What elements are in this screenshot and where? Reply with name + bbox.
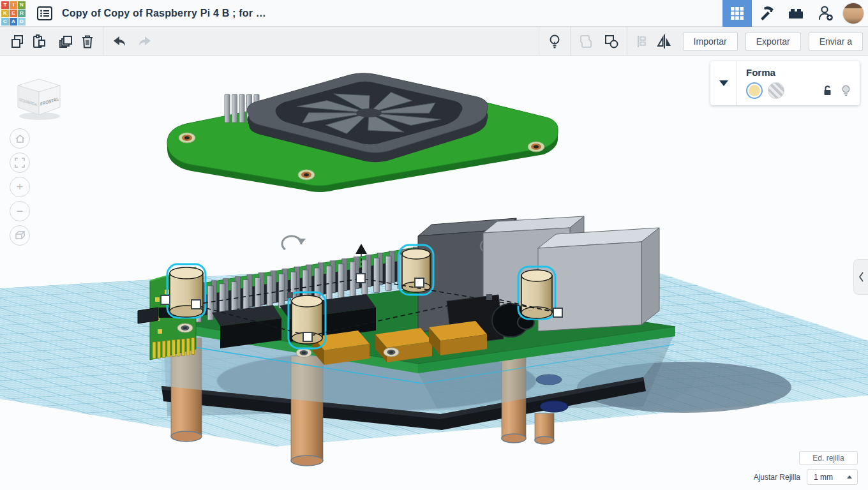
- home-view-button[interactable]: [10, 128, 30, 149]
- snap-grid-select[interactable]: 1 mm: [807, 469, 858, 485]
- show-all-icon[interactable]: [544, 27, 565, 56]
- mirror-icon[interactable]: [654, 27, 675, 56]
- minecraft-pickaxe-icon[interactable]: [752, 0, 781, 27]
- paste-icon[interactable]: [28, 27, 50, 56]
- zoom-in-button[interactable]: +: [10, 177, 30, 197]
- camera-mount-model[interactable]: [167, 73, 558, 192]
- standoff-cylinder[interactable]: [167, 264, 206, 318]
- logo-tile: N: [18, 1, 26, 9]
- rotate-handle[interactable]: [282, 236, 306, 249]
- logo-tile: K: [1, 10, 9, 17]
- logo-tile: D: [18, 18, 26, 26]
- group-icon[interactable]: [575, 27, 597, 56]
- logo-tile: A: [10, 18, 17, 26]
- send-to-button[interactable]: Enviar a: [809, 32, 863, 51]
- transparent-swatch[interactable]: [768, 82, 784, 99]
- 3d-canvas[interactable]: [0, 56, 868, 490]
- toolbar: Importar Exportar Enviar a: [0, 27, 868, 56]
- redo-icon[interactable]: [135, 27, 156, 56]
- shape-panel-title: Forma: [746, 67, 851, 78]
- view-cube[interactable]: IZQUIERDA FRONTAL: [10, 73, 68, 124]
- invite-collaborator-icon[interactable]: [811, 0, 840, 27]
- lego-brick-icon[interactable]: [781, 0, 811, 27]
- shape-panel: Forma: [710, 61, 860, 105]
- viewport: IZQUIERDA FRONTAL + − Forma: [0, 56, 868, 490]
- fit-view-button[interactable]: [10, 152, 30, 173]
- ungroup-icon[interactable]: [601, 27, 622, 56]
- zoom-out-button[interactable]: −: [10, 201, 30, 221]
- align-icon[interactable]: [632, 27, 654, 56]
- color-swatch[interactable]: [746, 82, 763, 99]
- hide-lightbulb-icon[interactable]: [841, 85, 851, 97]
- caret-up-icon: [847, 475, 852, 479]
- design-title[interactable]: Copy of Copy of Raspberry Pi 4 B ; for …: [62, 8, 266, 19]
- logo-tile: I: [10, 1, 17, 9]
- mounting-hole: [179, 133, 195, 143]
- shape-panel-collapse[interactable]: [710, 61, 737, 105]
- mounting-hole: [298, 170, 315, 180]
- import-button[interactable]: Importar: [683, 32, 738, 51]
- standoff-cylinder[interactable]: [518, 267, 555, 319]
- export-button[interactable]: Exportar: [745, 32, 801, 51]
- design-menu-icon[interactable]: [35, 4, 54, 23]
- logo-tile: E: [10, 10, 17, 17]
- chevron-down-icon: [719, 80, 728, 86]
- edit-grid-button[interactable]: Ed. rejilla: [799, 451, 858, 465]
- avatar[interactable]: [842, 3, 864, 24]
- unlock-icon[interactable]: [822, 85, 834, 96]
- panel-collapse-tab[interactable]: [853, 259, 868, 295]
- delete-icon[interactable]: [77, 27, 98, 56]
- raise-handle-cone[interactable]: [355, 244, 367, 254]
- logo-tile: R: [18, 10, 26, 17]
- mounting-hole: [528, 142, 544, 152]
- tinkercad-logo[interactable]: TINKERCAD: [1, 1, 26, 26]
- chevron-left-icon: [858, 272, 864, 282]
- duplicate-icon[interactable]: [55, 27, 77, 56]
- logo-tile: C: [1, 18, 9, 26]
- dashboard-grid-icon[interactable]: [722, 0, 752, 27]
- copy-icon[interactable]: [6, 27, 28, 56]
- snap-grid-label: Ajustar Rejilla: [754, 473, 800, 482]
- undo-icon[interactable]: [108, 27, 130, 56]
- logo-tile: T: [1, 1, 9, 9]
- perspective-toggle-button[interactable]: [10, 225, 30, 246]
- title-bar: TINKERCAD Copy of Copy of Raspberry Pi 4…: [0, 0, 868, 27]
